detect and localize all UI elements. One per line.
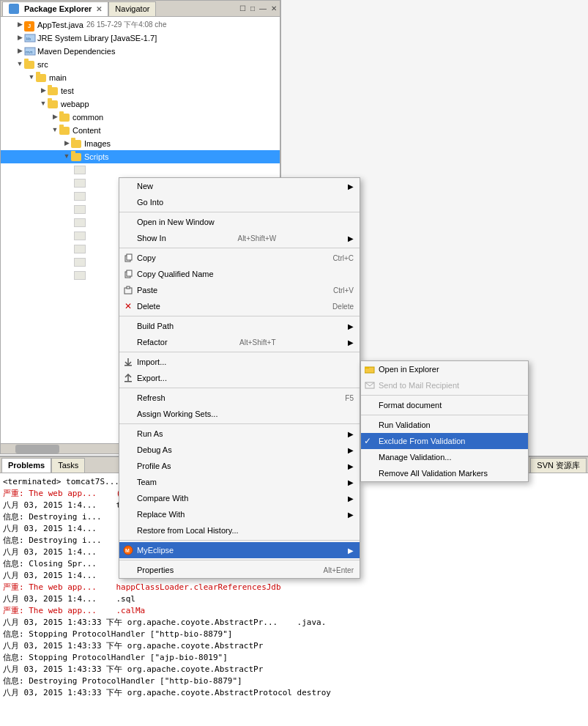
menu-item-import[interactable]: Import... — [119, 354, 360, 370]
menu-team-label: Team — [137, 478, 157, 486]
tab-ctrl-min[interactable]: ☐ — [238, 4, 248, 12]
menu-item-myeclipse[interactable]: M MyEclipse ▶ — [119, 542, 360, 558]
tree-item-test[interactable]: ▶ test — [1, 84, 280, 97]
menu-profile-as-arrow: ▶ — [348, 462, 354, 470]
menu-item-go-into[interactable]: Go Into — [119, 194, 360, 210]
submenu-item-remove-markers[interactable]: Remove All Validation Markers — [361, 465, 528, 481]
content-label: Content — [72, 126, 101, 135]
tab-svn[interactable]: SVN 资源库 — [530, 458, 587, 473]
submenu-run-validation-label: Run Validation — [379, 421, 431, 429]
tree-arrow-common[interactable]: ▶ — [51, 113, 59, 122]
menu-item-show-in[interactable]: Show In Alt+Shift+W ▶ — [119, 230, 360, 246]
submenu-myeclipse: Open in Explorer Send to Mail Recipient … — [360, 360, 529, 482]
tree-arrow-images[interactable]: ▶ — [62, 139, 71, 148]
menu-assign-working-sets-label: Assign Working Sets... — [137, 410, 217, 418]
submenu-item-exclude-validation[interactable]: ✓ Exclude From Validation — [361, 433, 528, 449]
menu-item-export[interactable]: Export... — [119, 370, 360, 386]
tree-item-webapp[interactable]: ▼ webapp — [1, 97, 280, 111]
scrollbar-thumb[interactable] — [15, 445, 59, 453]
menu-item-open-new-window[interactable]: Open in New Window — [119, 214, 360, 230]
menu-item-copy[interactable]: Copy Ctrl+C — [119, 250, 360, 266]
menu-item-profile-as[interactable]: Profile As ▶ — [119, 458, 360, 474]
submenu-item-manage-validation[interactable]: Manage Validation... — [361, 449, 528, 465]
svg-text:M: M — [125, 548, 130, 553]
tree-arrow-src[interactable]: ▼ — [15, 60, 24, 69]
tree-arrow-webapp[interactable]: ▼ — [39, 100, 48, 108]
send-mail-icon — [364, 379, 376, 391]
menu-show-in-shortcut: Alt+Shift+W — [237, 234, 276, 242]
menu-run-as-arrow: ▶ — [348, 430, 354, 438]
submenu-exclude-validation-label: Exclude From Validation — [379, 437, 465, 445]
menu-item-refactor[interactable]: Refactor Alt+Shift+T ▶ — [119, 334, 360, 350]
tree-item-jre[interactable]: ▶ lib JRE System Library [JavaSE-1.7] — [1, 32, 280, 45]
tree-arrow-main[interactable]: ▼ — [27, 73, 36, 82]
tree-item-images[interactable]: ▶ Images — [1, 137, 280, 150]
menu-item-team[interactable]: Team ▶ — [119, 474, 360, 490]
tree-item-main[interactable]: ▼ main — [1, 71, 280, 84]
menu-item-new[interactable]: New ▶ — [119, 178, 360, 194]
tree-arrow-jre[interactable]: ▶ — [15, 34, 24, 42]
menu-item-run-as[interactable]: Run As ▶ — [119, 426, 360, 442]
tree-arrow-scripts[interactable]: ▼ — [62, 152, 71, 161]
tree-item-content[interactable]: ▼ Content — [1, 124, 280, 137]
menu-item-debug-as[interactable]: Debug As ▶ — [119, 442, 360, 458]
delete-icon: ✕ — [122, 300, 134, 312]
submenu-item-send-mail[interactable]: Send to Mail Recipient — [361, 377, 528, 393]
menu-myeclipse-label: MyEclipse — [137, 546, 174, 555]
java-file-icon: J — [24, 21, 34, 32]
tree-arrow-maven[interactable]: ▶ — [15, 47, 24, 56]
menu-item-refresh[interactable]: Refresh F5 — [119, 390, 360, 406]
menu-item-restore-local[interactable]: Restore from Local History... — [119, 522, 360, 538]
log-line-15: 八月 03, 2015 1:43:33 下午 org.apache.coyote… — [3, 640, 585, 652]
menu-item-assign-working-sets[interactable]: Assign Working Sets... — [119, 406, 360, 422]
menu-item-properties[interactable]: Properties Alt+Enter — [119, 562, 360, 578]
tab-ctrl-restore[interactable]: — — [258, 4, 268, 12]
context-menu: New ▶ Go Into Open in New Window Show In… — [119, 177, 360, 579]
tab-ctrl-close[interactable]: ✕ — [269, 4, 278, 12]
menu-item-delete[interactable]: ✕ Delete Delete — [119, 298, 360, 314]
log-line-13: 八月 03, 2015 1:43:33 下午 org.apache.coyote… — [3, 617, 585, 629]
svg-rect-17 — [365, 367, 369, 368]
menu-refactor-arrow: ▶ — [348, 338, 354, 347]
tab-problems[interactable]: Problems — [1, 458, 51, 473]
submenu-item-run-validation[interactable]: Run Validation — [361, 417, 528, 433]
menu-sep-4 — [119, 352, 360, 352]
submenu-item-format-doc[interactable]: Format document — [361, 397, 528, 413]
menu-copy-qualified-label: Copy Qualified Name — [137, 270, 214, 278]
tree-item-apptest[interactable]: ▶ J AppTest.java 26 15-7-29 下午4:08 che — [1, 18, 280, 32]
tree-arrow-test[interactable]: ▶ — [39, 86, 48, 95]
tab-package-explorer-close[interactable]: ✕ — [96, 5, 102, 13]
tree-item-s1[interactable] — [1, 163, 280, 177]
tree-item-maven[interactable]: ▶ mvn Maven Dependencies — [1, 45, 280, 58]
tab-navigator[interactable]: Navigator — [108, 1, 156, 16]
submenu-remove-markers-label: Remove All Validation Markers — [379, 469, 488, 478]
tab-ctrl-max[interactable]: □ — [249, 4, 256, 12]
menu-sep-2 — [119, 248, 360, 248]
folder-icon-test — [48, 87, 58, 95]
tree-arrow-apptest[interactable]: ▶ — [15, 21, 24, 29]
tree-item-common[interactable]: ▶ common — [1, 111, 280, 124]
folder-icon-main — [36, 74, 46, 82]
svg-rect-13 — [124, 381, 132, 382]
submenu-item-open-explorer[interactable]: Open in Explorer — [361, 361, 528, 377]
tree-item-src[interactable]: ▼ src — [1, 58, 280, 71]
file-icon-s9 — [74, 271, 86, 280]
tree-item-scripts[interactable]: ▼ Scripts — [1, 150, 280, 163]
menu-item-paste[interactable]: Paste Ctrl+V — [119, 282, 360, 298]
log-line-11: 八月 03, 2015 1:4... .sql — [3, 593, 585, 605]
menu-item-copy-qualified[interactable]: Copy Qualified Name — [119, 266, 360, 282]
menu-replace-with-arrow: ▶ — [348, 511, 354, 519]
menu-item-build-path[interactable]: Build Path ▶ — [119, 318, 360, 334]
submenu-format-doc-label: Format document — [379, 401, 442, 410]
menu-item-compare-with[interactable]: Compare With ▶ — [119, 490, 360, 506]
tree-arrow-content[interactable]: ▼ — [51, 126, 59, 135]
tab-package-explorer[interactable]: Package Explorer ✕ — [2, 1, 108, 16]
file-icon-s7 — [74, 245, 86, 253]
package-explorer-icon — [9, 4, 19, 14]
copy-qualified-icon — [122, 268, 134, 280]
webapp-label: webapp — [61, 100, 89, 108]
maven-label: Maven Dependencies — [37, 47, 115, 56]
folder-icon-common — [59, 114, 70, 122]
menu-item-replace-with[interactable]: Replace With ▶ — [119, 506, 360, 522]
tab-tasks[interactable]: Tasks — [51, 458, 85, 473]
